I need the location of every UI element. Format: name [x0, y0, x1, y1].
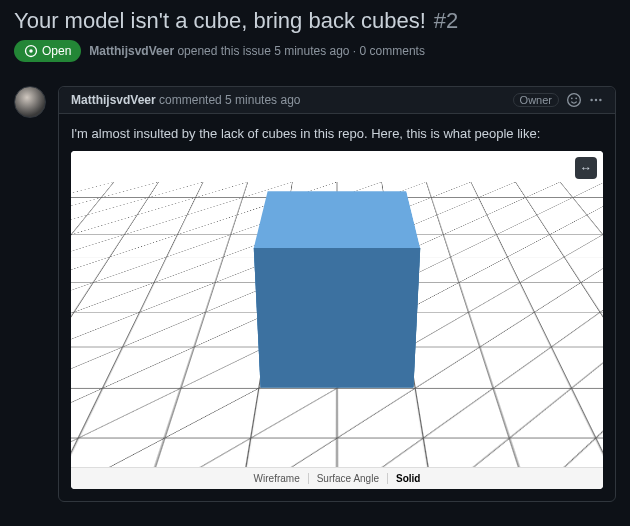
svg-line-52: [187, 197, 243, 214]
svg-line-29: [560, 182, 603, 467]
comment-box: MatthijsvdVeer commented 5 minutes ago O…: [58, 86, 616, 502]
svg-line-101: [564, 257, 603, 283]
kebab-icon[interactable]: [589, 93, 603, 107]
svg-line-60: [573, 197, 603, 214]
svg-line-87: [550, 235, 603, 257]
svg-line-108: [140, 282, 215, 312]
issue-title-row: Your model isn't a cube, bring back cube…: [14, 8, 616, 34]
svg-line-121: [71, 312, 140, 347]
svg-point-0: [29, 49, 33, 53]
svg-line-73: [537, 215, 603, 235]
svg-line-168: [423, 438, 529, 467]
avatar[interactable]: [14, 86, 46, 118]
svg-line-27: [515, 182, 603, 467]
svg-line-79: [110, 235, 178, 257]
svg-line-50: [87, 197, 148, 214]
svg-line-51: [137, 197, 195, 214]
viewer-tab-surface-angle[interactable]: Surface Angle: [309, 473, 388, 484]
svg-line-166: [241, 438, 337, 467]
issue-open-icon: [24, 44, 38, 58]
svg-line-135: [71, 347, 123, 388]
svg-line-58: [478, 197, 536, 214]
comment-header: MatthijsvdVeer commented 5 minutes ago O…: [59, 87, 615, 114]
svg-line-140: [408, 347, 493, 388]
svg-line-153: [337, 388, 423, 438]
svg-line-170: [596, 438, 603, 467]
commented-verb: commented: [159, 93, 222, 107]
svg-line-115: [581, 282, 603, 312]
svg-line-72: [487, 215, 550, 235]
svg-line-78: [71, 235, 124, 257]
svg-line-122: [123, 312, 206, 347]
svg-line-44: [471, 182, 526, 198]
emoji-icon[interactable]: [567, 93, 581, 107]
commenter-link[interactable]: MatthijsvdVeer: [71, 93, 156, 107]
viewer-toolbar: WireframeSurface AngleSolid: [71, 467, 603, 489]
svg-line-137: [181, 347, 266, 388]
svg-line-106: [71, 282, 93, 312]
svg-line-43: [426, 182, 478, 198]
svg-line-100: [507, 257, 580, 283]
svg-line-167: [337, 438, 433, 467]
expand-icon[interactable]: ↔: [575, 157, 597, 179]
comment-text: I'm almost insulted by the lack of cubes…: [71, 126, 603, 141]
comment-body: I'm almost insulted by the lack of cubes…: [59, 114, 615, 501]
svg-line-113: [459, 282, 534, 312]
commented-time: 5 minutes ago: [225, 93, 300, 107]
svg-line-93: [93, 257, 166, 283]
svg-line-11: [71, 182, 159, 467]
svg-point-1: [590, 99, 592, 101]
svg-line-129: [600, 312, 603, 347]
svg-line-15: [71, 182, 248, 467]
svg-line-156: [571, 388, 603, 438]
status-badge: Open: [14, 40, 81, 62]
svg-point-2: [595, 99, 597, 101]
3d-scene: [71, 151, 603, 467]
svg-line-57: [431, 197, 487, 214]
svg-line-164: [71, 438, 165, 467]
issue-number: #2: [434, 8, 458, 34]
opened-text: opened this issue 5 minutes ago: [177, 44, 349, 58]
svg-line-66: [177, 215, 237, 235]
svg-line-142: [551, 347, 603, 388]
svg-line-150: [78, 388, 180, 438]
svg-line-127: [469, 312, 552, 347]
svg-line-71: [437, 215, 497, 235]
status-text: Open: [42, 44, 71, 58]
svg-line-152: [251, 388, 337, 438]
author-link[interactable]: MatthijsvdVeer: [89, 44, 174, 58]
issue-meta: Open MatthijsvdVeer opened this issue 5 …: [14, 40, 616, 62]
owner-badge: Owner: [513, 93, 559, 107]
svg-line-37: [148, 182, 203, 198]
svg-line-169: [509, 438, 603, 467]
cube-face-top: [254, 191, 420, 248]
svg-line-13: [71, 182, 203, 467]
svg-line-59: [526, 197, 587, 214]
cube: [257, 254, 416, 320]
viewer-tab-wireframe[interactable]: Wireframe: [246, 473, 309, 484]
svg-point-3: [599, 99, 601, 101]
svg-line-141: [480, 347, 572, 388]
svg-line-155: [493, 388, 595, 438]
comment-count: 0 comments: [360, 44, 425, 58]
svg-line-86: [497, 235, 565, 257]
svg-line-163: [71, 438, 78, 467]
svg-line-165: [145, 438, 251, 467]
issue-title: Your model isn't a cube, bring back cube…: [14, 8, 426, 34]
svg-line-38: [196, 182, 248, 198]
svg-line-64: [71, 215, 137, 235]
attached-image[interactable]: ↔: [71, 151, 603, 489]
svg-line-149: [71, 388, 103, 438]
grid-floor: [71, 182, 603, 467]
svg-line-128: [534, 312, 603, 347]
viewer-tab-solid[interactable]: Solid: [388, 473, 428, 484]
svg-line-136: [103, 347, 195, 388]
svg-line-120: [71, 312, 74, 347]
svg-line-65: [124, 215, 187, 235]
